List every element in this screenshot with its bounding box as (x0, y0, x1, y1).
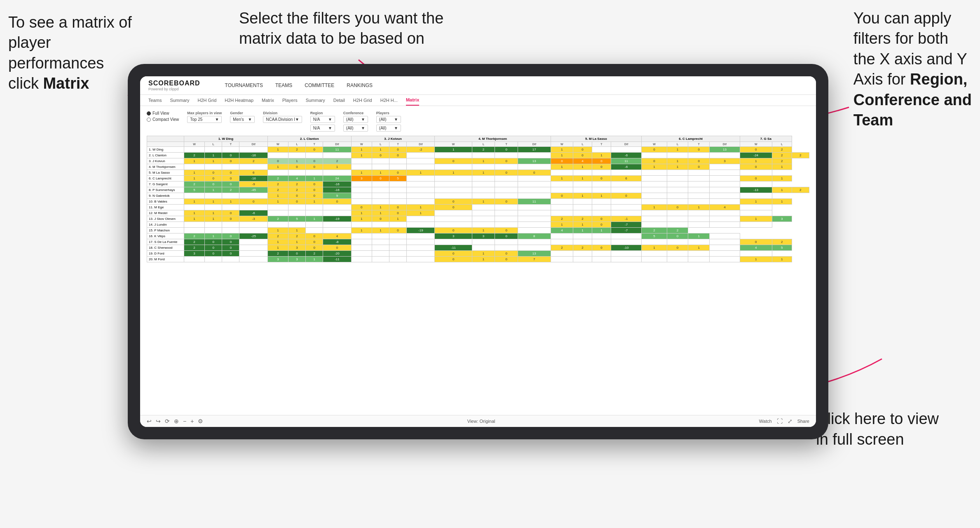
players-select[interactable]: (All) ▼ (376, 116, 401, 123)
matrix-cell (323, 205, 351, 210)
matrix-cell (372, 239, 389, 245)
matrix-cell: 6 (611, 176, 641, 182)
tab-summary[interactable]: Summary (170, 98, 189, 105)
matrix-cell: 3 (267, 257, 288, 262)
players-select2[interactable]: (All) ▼ (376, 125, 401, 132)
full-view-option[interactable]: Full View (147, 111, 179, 116)
nav-tournaments[interactable]: TOURNAMENTS (225, 82, 263, 88)
matrix-cell: 0 (495, 233, 518, 239)
matrix-cell (740, 210, 772, 216)
matrix-cell: 2 (772, 147, 792, 153)
tab-matrix-active[interactable]: Matrix (406, 97, 419, 106)
matrix-cell: 1 (592, 193, 611, 199)
matrix-cell (184, 147, 205, 153)
player-name-cell: 5. M La Sasso (147, 170, 184, 176)
matrix-cell (518, 222, 551, 228)
matrix-cell: 0 (389, 170, 406, 176)
tablet-bezel: SCOREBOARD Powered by clippd TOURNAMENTS… (128, 64, 828, 439)
undo-icon[interactable]: ↩ (147, 418, 152, 424)
player-name-cell: 10. B Valdes (147, 199, 184, 205)
full-view-radio[interactable] (147, 111, 151, 116)
max-players-select[interactable]: Top 25 ▼ (187, 116, 222, 123)
nav-rankings[interactable]: RANKINGS (347, 82, 373, 88)
watch-label[interactable]: Watch (759, 419, 772, 424)
matrix-cell: 0 (435, 228, 472, 233)
share-label[interactable]: Share (797, 419, 809, 424)
matrix-cell (435, 187, 472, 193)
cursor-icon[interactable]: ⊕ (174, 418, 179, 424)
tab-h2h-grid[interactable]: H2H Grid (197, 98, 216, 105)
matrix-cell (472, 239, 495, 245)
matrix-cell (551, 251, 573, 257)
tab-teams[interactable]: Teams (148, 98, 162, 105)
matrix-cell (592, 199, 611, 205)
screen-icon[interactable]: ⛶ (777, 418, 783, 424)
matrix-cell: 1 (472, 170, 495, 176)
matrix-cell: 8 (518, 233, 551, 239)
nav-teams[interactable]: TEAMS (275, 82, 292, 88)
tab-matrix[interactable]: Matrix (262, 98, 274, 105)
matrix-cell (407, 257, 435, 262)
matrix-cell: 3 (435, 233, 472, 239)
matrix-cell: 0 (573, 153, 592, 158)
matrix-cell: -6 (239, 210, 267, 216)
matrix-cell: -16 (239, 153, 267, 158)
matrix-cell (435, 153, 472, 158)
ann-center-line2: matrix data to be based on (239, 30, 424, 47)
matrix-cell: 1 (551, 164, 573, 170)
max-players-chevron: ▼ (215, 117, 219, 122)
table-row: 8. P Summerhays512-45220-16-1312 (147, 187, 809, 193)
matrix-cell (573, 187, 592, 193)
nav-committee[interactable]: COMMITTEE (305, 82, 334, 88)
refresh-icon[interactable]: ⟳ (165, 418, 170, 424)
matrix-cell: 1 (472, 251, 495, 257)
settings-icon[interactable]: ⚙ (198, 418, 203, 424)
compact-view-option[interactable]: Compact View (147, 117, 179, 122)
compact-view-radio[interactable] (147, 118, 151, 122)
matrix-cell (667, 210, 688, 216)
matrix-cell: 0 (551, 158, 573, 164)
table-row: 6. C Lamprecht100-1624124305110601 (147, 176, 809, 182)
zoom-out-icon[interactable]: − (183, 418, 186, 424)
fullscreen-icon[interactable]: ⤢ (788, 418, 792, 424)
matrix-cell (239, 239, 267, 245)
sh-t2: T (306, 142, 323, 147)
tab-h2h-h[interactable]: H2H H... (380, 98, 398, 105)
matrix-cell: 2 (472, 147, 495, 153)
tab-h2h-grid2[interactable]: H2H Grid (353, 98, 372, 105)
redo-icon[interactable]: ↪ (156, 418, 161, 424)
tab-summary2[interactable]: Summary (306, 98, 325, 105)
matrix-cell: 0 (222, 210, 239, 216)
division-select[interactable]: NCAA Division I ▼ (263, 116, 302, 123)
region-select2[interactable]: N/A ▼ (310, 125, 335, 132)
matrix-cell: -2 (407, 147, 435, 153)
matrix-cell (551, 199, 573, 205)
matrix-cell (667, 216, 688, 222)
player-name-cell: 4. M Thorbjornsen (147, 164, 184, 170)
matrix-cell: 0 (222, 176, 239, 182)
matrix-cell: 2 (573, 216, 592, 222)
gender-select[interactable]: Men's ▼ (230, 116, 255, 123)
zoom-in-icon[interactable]: + (190, 418, 194, 424)
matrix-cell: 1 (407, 205, 435, 210)
matrix-cell (688, 182, 710, 187)
matrix-cell: 1 (551, 153, 573, 158)
matrix-cell (667, 182, 688, 187)
conference-select[interactable]: (All) ▼ (343, 116, 368, 123)
matrix-cell: 0 (222, 245, 239, 251)
conference-chevron2: ▼ (361, 126, 365, 130)
matrix-cell: 1 (351, 228, 372, 233)
tab-players[interactable]: Players (282, 98, 298, 105)
conference-select2[interactable]: (All) ▼ (343, 125, 368, 132)
matrix-cell: 2 (772, 158, 792, 164)
matrix-cell: 2 (267, 187, 288, 193)
matrix-cell (222, 147, 239, 153)
table-row: 3. J Koivun110201020101304011010312 (147, 158, 809, 164)
matrix-cell: -3 (239, 216, 267, 222)
matrix-cell: 0 (592, 216, 611, 222)
tab-detail[interactable]: Detail (333, 98, 345, 105)
annotation-bottom-right: Click here to view in full screen (816, 409, 939, 450)
tab-h2h-heatmap[interactable]: H2H Heatmap (225, 98, 253, 105)
region-select[interactable]: N/A ▼ (310, 116, 335, 123)
matrix-cell (239, 222, 267, 228)
